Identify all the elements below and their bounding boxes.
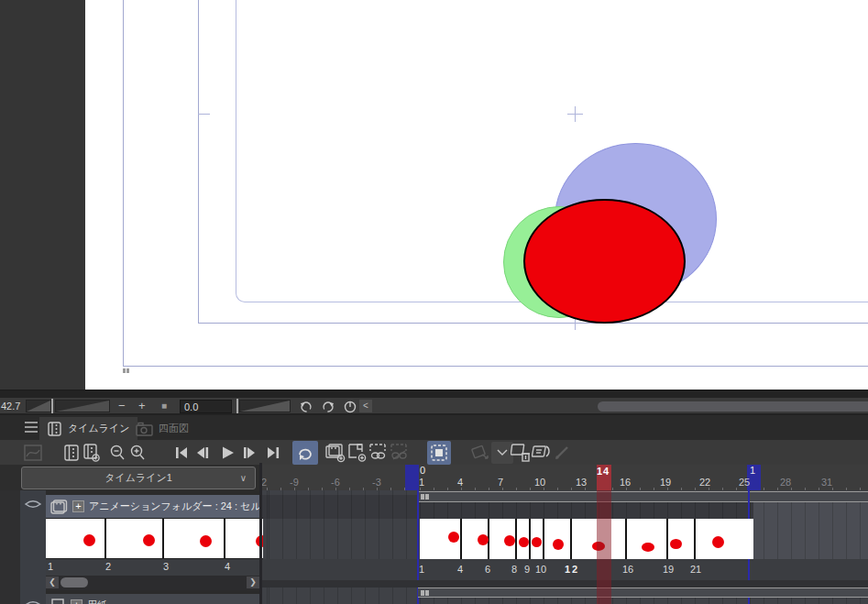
- scroll-right-arrow[interactable]: ❯: [247, 577, 259, 588]
- play-button[interactable]: [216, 442, 238, 464]
- animation-folder-duration-bar[interactable]: [418, 491, 868, 502]
- new-timeline-button[interactable]: [81, 442, 103, 464]
- actual-size-button[interactable]: ■: [161, 399, 167, 413]
- expand-paper-button[interactable]: +: [71, 599, 82, 604]
- cel-boundary: [625, 519, 627, 559]
- zoom-percent-value: 42.7: [1, 401, 20, 412]
- batch-change-cels-button[interactable]: [532, 442, 554, 464]
- redo-icon[interactable]: [321, 400, 335, 413]
- second-0-line: [417, 559, 419, 580]
- thumbnail-dot: [143, 534, 155, 546]
- onion-skin-button[interactable]: [427, 441, 451, 465]
- row-gap: [261, 580, 868, 588]
- seconds-label: 1: [750, 465, 755, 476]
- eye-icon[interactable]: [24, 498, 42, 511]
- red-ellipse-shape[interactable]: [523, 199, 686, 324]
- timeline-tab-icon: [47, 422, 63, 436]
- new-animation-cel-button[interactable]: [346, 442, 368, 464]
- zoom-out-timeline-button[interactable]: [106, 442, 128, 464]
- next-frame-button[interactable]: [239, 442, 261, 464]
- expand-folder-button[interactable]: +: [72, 500, 84, 512]
- zoom-slider[interactable]: [26, 400, 51, 412]
- cel-number: 16: [622, 564, 633, 575]
- chevron-down-icon: ∨: [240, 473, 247, 483]
- palette-tab-bar: タイムライン 四面図: [0, 417, 868, 440]
- cel-number: 6: [485, 564, 490, 575]
- palette-menu-icon[interactable]: [25, 422, 38, 433]
- animation-folder-label: アニメーションフォルダー : 24 : セル: [89, 500, 259, 513]
- clip-studio-animation-window: 42.7 − + ■ 0.0 < タイムライン 四面図: [0, 0, 868, 604]
- thumbnail-scrollbar[interactable]: ❮ ❯: [46, 576, 259, 590]
- canvas-viewport[interactable]: [0, 0, 868, 390]
- timeline-toolbar: [0, 440, 868, 466]
- cel-relay-button[interactable]: [469, 442, 491, 464]
- scroll-left-arrow[interactable]: ❮: [46, 577, 59, 588]
- paper-track-header[interactable]: + 用紙: [46, 594, 259, 604]
- cel-number-row: 1 4 6 8 9 10 12 16 19 21: [261, 559, 868, 580]
- cel-strip[interactable]: [420, 519, 753, 559]
- zoom-slider-thumb[interactable]: [51, 399, 53, 413]
- reset-rotation-icon[interactable]: [343, 400, 357, 413]
- paper-track-duration-bar[interactable]: [418, 588, 868, 598]
- tab-timeline[interactable]: タイムライン: [39, 417, 137, 440]
- timeline-body[interactable]: 1 4 6 8 9 10 12 16 19 21: [261, 490, 868, 604]
- previous-frame-button[interactable]: [191, 442, 213, 464]
- playhead-column: [597, 490, 611, 604]
- frame-midpoint-tick: [198, 114, 210, 115]
- zoom-slider-track[interactable]: [55, 400, 110, 412]
- thumbnail-divider: [224, 519, 225, 559]
- rotation-slider-thumb[interactable]: [236, 399, 238, 413]
- ruler-label: 25: [739, 477, 750, 488]
- cel-number: 4: [457, 564, 463, 575]
- frame-ruler[interactable]: 2 -9 -6 -3 0 1 1 4 7 10 13 16 19 22 25 2…: [261, 465, 868, 492]
- graph-editor-button[interactable]: [22, 442, 44, 464]
- ruler-label: 16: [620, 477, 631, 488]
- cel-keyframe-dot: [670, 539, 682, 549]
- ruler-label: 10: [534, 477, 545, 488]
- paper-track-label: 用紙: [87, 599, 107, 604]
- tab-all-sides-view[interactable]: 四面図: [128, 417, 196, 440]
- loop-playback-button[interactable]: [292, 441, 318, 465]
- thumbnail-scrollbar-thumb[interactable]: [60, 577, 88, 588]
- cel-keyframe-dot: [553, 539, 564, 550]
- zoom-in-button[interactable]: +: [138, 399, 146, 413]
- timeline-selector-dropdown[interactable]: タイムライン1 ∨: [21, 467, 256, 489]
- panel-splitter[interactable]: [259, 463, 262, 604]
- thumbnail-divider: [104, 519, 106, 559]
- cel-thumbnail-strip[interactable]: [46, 518, 263, 559]
- eye-icon[interactable]: [24, 599, 42, 604]
- pencil-button[interactable]: [552, 442, 574, 464]
- animation-folder-track-header[interactable]: + アニメーションフォルダー : 24 : セル: [46, 495, 259, 518]
- cel-boundary: [666, 519, 668, 559]
- thumbnail-number: 2: [105, 561, 111, 572]
- cel-boundary: [543, 519, 544, 559]
- cel-number: 1: [419, 564, 424, 575]
- undo-icon[interactable]: [299, 400, 313, 413]
- cel-number: 10: [535, 564, 546, 575]
- rotation-slider[interactable]: [239, 400, 291, 412]
- thumbnail-number: 3: [163, 561, 169, 572]
- cel-boundary: [529, 519, 531, 559]
- new-animation-folder-button[interactable]: [324, 442, 346, 464]
- thumbnail-dot: [83, 534, 95, 546]
- collapse-controls-button[interactable]: <: [359, 400, 372, 412]
- camera-frame-bottom: [198, 323, 868, 324]
- cel-keyframe-dot: [532, 537, 542, 547]
- release-cels-button[interactable]: [389, 442, 411, 464]
- ruler-label: -9: [290, 477, 299, 488]
- go-to-end-button[interactable]: [262, 442, 284, 464]
- zoom-out-button[interactable]: −: [118, 399, 126, 413]
- ruler-label: 1: [419, 477, 424, 488]
- timeline-palette-button[interactable]: [60, 442, 82, 464]
- delete-cel-button[interactable]: [511, 442, 533, 464]
- cel-keyframe-dot: [478, 534, 489, 545]
- specify-cels-button[interactable]: [368, 442, 390, 464]
- rotation-value-box[interactable]: 0.0: [180, 400, 232, 413]
- zoom-in-timeline-button[interactable]: [126, 442, 148, 464]
- paper-icon: [49, 598, 66, 604]
- timeline-selector-value: タイムライン1: [104, 471, 172, 485]
- duration-bar-handle[interactable]: [421, 590, 429, 596]
- duration-bar-handle[interactable]: [421, 494, 429, 500]
- go-to-start-button[interactable]: [170, 442, 192, 464]
- canvas-horizontal-scrollbar[interactable]: [598, 401, 868, 412]
